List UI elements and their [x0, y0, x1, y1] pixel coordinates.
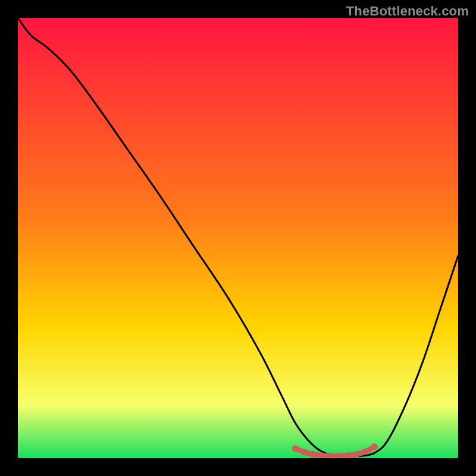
chart-area	[18, 18, 458, 458]
marker-dot	[292, 445, 299, 452]
chart-svg	[18, 18, 458, 458]
marker-dot	[371, 443, 378, 450]
gradient-background	[18, 18, 458, 458]
marker-dot	[353, 451, 360, 458]
marker-dot	[301, 449, 308, 455]
marker-dot	[362, 448, 369, 455]
watermark-text: TheBottleneck.com	[346, 4, 469, 19]
marker-dot	[309, 451, 316, 458]
